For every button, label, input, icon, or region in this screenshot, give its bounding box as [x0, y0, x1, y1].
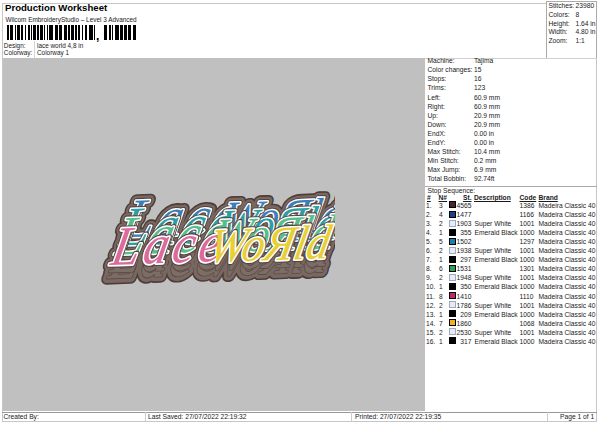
- svg-text:,: ,: [96, 29, 99, 43]
